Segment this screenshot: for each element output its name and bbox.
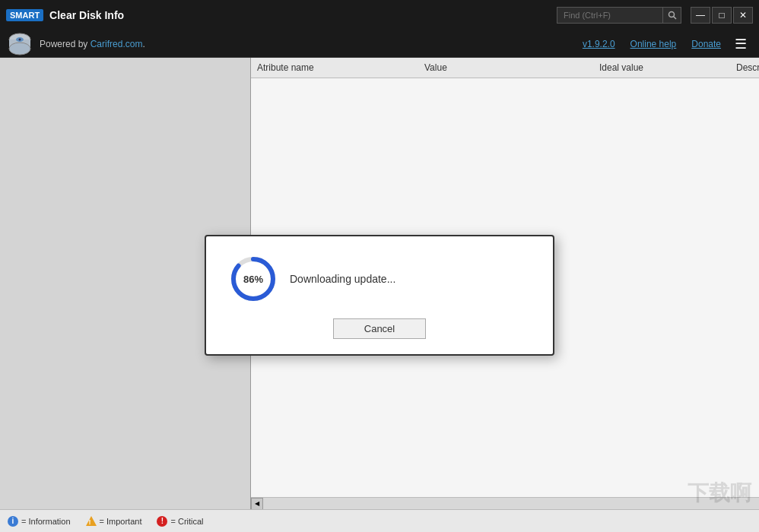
dialog-content: 86% Downloading update... xyxy=(229,255,530,303)
smart-badge: SMART xyxy=(6,9,43,21)
progress-ring: 86% xyxy=(229,255,278,303)
update-dialog: 86% Downloading update... Cancel xyxy=(205,235,554,356)
title-bar: SMART Clear Disk Info — □ ✕ xyxy=(0,0,759,30)
svg-point-0 xyxy=(668,12,674,17)
hamburger-button[interactable]: ☰ xyxy=(729,33,753,55)
disk-icon xyxy=(6,30,33,58)
powered-by-text: Powered by Carifred.com. xyxy=(40,39,583,49)
search-input[interactable] xyxy=(557,7,663,24)
version-link[interactable]: v1.9.2.0 xyxy=(583,39,615,49)
dialog-footer: Cancel xyxy=(229,318,530,339)
search-button[interactable] xyxy=(663,7,681,24)
svg-line-1 xyxy=(673,17,676,20)
window-controls: — □ ✕ xyxy=(691,7,753,24)
progress-percent-label: 86% xyxy=(243,273,263,284)
cancel-button[interactable]: Cancel xyxy=(333,318,426,339)
app-title: Clear Disk Info xyxy=(49,9,557,21)
search-bar xyxy=(557,7,681,24)
nav-bar: Powered by Carifred.com. v1.9.2.0 Online… xyxy=(0,30,759,58)
svg-point-4 xyxy=(9,43,30,55)
nav-links: v1.9.2.0 Online help Donate xyxy=(583,39,721,49)
dialog-message: Downloading update... xyxy=(290,273,395,285)
close-button[interactable]: ✕ xyxy=(733,7,753,24)
donate-link[interactable]: Donate xyxy=(691,39,721,49)
maximize-button[interactable]: □ xyxy=(712,7,732,24)
carifred-link[interactable]: Carifred.com xyxy=(91,39,143,49)
svg-point-6 xyxy=(19,38,21,40)
dialog-overlay: 86% Downloading update... Cancel xyxy=(0,58,759,532)
search-icon xyxy=(668,11,677,20)
online-help-link[interactable]: Online help xyxy=(630,39,677,49)
minimize-button[interactable]: — xyxy=(691,7,710,24)
